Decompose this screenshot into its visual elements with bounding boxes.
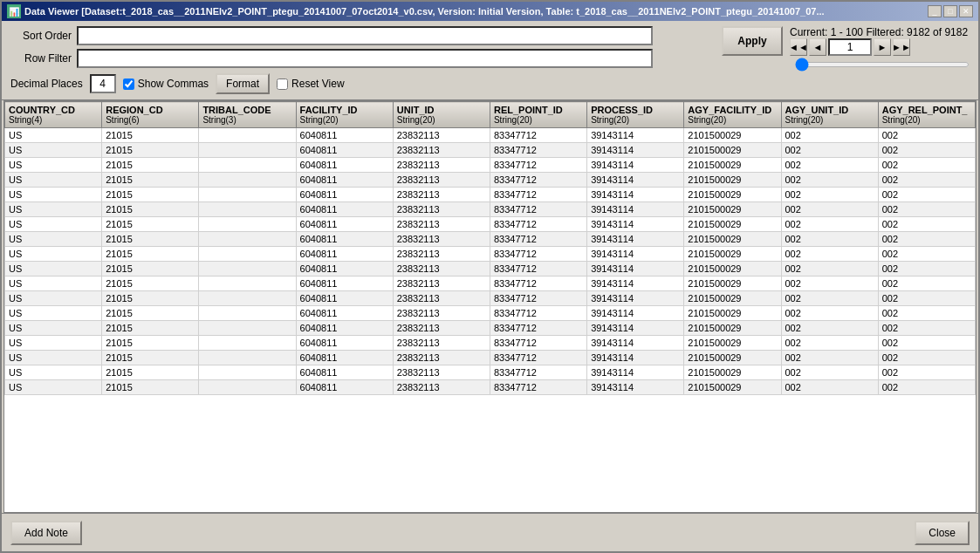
nav-next-button[interactable]: ► — [874, 38, 891, 56]
table-row: US21015604081123832113833477123914311421… — [5, 128, 976, 143]
column-header-unit_id: UNIT_IDString(20) — [393, 102, 490, 128]
table-cell — [199, 262, 296, 276]
decimal-places-input[interactable] — [90, 74, 116, 93]
table-cell: 2101500029 — [684, 351, 781, 365]
table-row: US21015604081123832113833477123914311421… — [5, 306, 976, 321]
table-cell: 6040811 — [296, 217, 393, 232]
nav-first-button[interactable]: ◄◄ — [790, 38, 807, 56]
table-cell: 2101500029 — [684, 336, 781, 351]
reset-view-checkbox[interactable] — [277, 79, 288, 90]
table-cell: 2101500029 — [684, 262, 781, 276]
table-cell: 83347712 — [490, 306, 586, 321]
table-cell: 002 — [781, 232, 878, 247]
table-cell: 002 — [878, 158, 975, 173]
table-row: US21015604081123832113833477123914311421… — [5, 351, 976, 365]
table-cell: 39143114 — [587, 276, 684, 291]
table-cell: 39143114 — [587, 291, 684, 306]
table-cell: 2101500029 — [684, 321, 781, 336]
column-header-agy_rel_point_: AGY_REL_POINT_String(20) — [878, 102, 975, 128]
show-commas-label[interactable]: Show Commas — [123, 78, 209, 90]
nav-controls: ◄◄ ◄ ► ►► — [790, 38, 910, 56]
apply-button[interactable]: Apply — [722, 26, 783, 56]
column-header-rel_point_id: REL_POINT_IDString(20) — [490, 102, 586, 128]
table-cell: 39143114 — [587, 380, 684, 395]
nav-last-button[interactable]: ►► — [893, 38, 910, 56]
table-cell: 002 — [878, 321, 975, 336]
table-cell: 21015 — [102, 276, 199, 291]
table-row: US21015604081123832113833477123914311421… — [5, 276, 976, 291]
table-cell: 2101500029 — [684, 217, 781, 232]
table-cell: 6040811 — [296, 247, 393, 262]
table-cell: 002 — [781, 321, 878, 336]
table-cell: 21015 — [102, 188, 199, 202]
sort-order-input[interactable] — [77, 26, 653, 45]
table-scroll[interactable]: COUNTRY_CDString(4)REGION_CDString(6)TRI… — [4, 101, 976, 512]
page-slider[interactable] — [795, 62, 970, 67]
table-cell: 83347712 — [490, 262, 586, 276]
minimize-button[interactable]: _ — [928, 5, 942, 17]
show-commas-checkbox[interactable] — [123, 79, 134, 90]
table-cell: 2101500029 — [684, 365, 781, 380]
table-cell — [199, 351, 296, 365]
table-cell: 6040811 — [296, 232, 393, 247]
table-cell: 39143114 — [587, 247, 684, 262]
column-header-region_cd: REGION_CDString(6) — [102, 102, 199, 128]
close-button[interactable]: Close — [915, 521, 970, 545]
table-cell: 21015 — [102, 232, 199, 247]
table-row: US21015604081123832113833477123914311421… — [5, 143, 976, 158]
table-cell: 2101500029 — [684, 202, 781, 217]
table-cell: 2101500029 — [684, 276, 781, 291]
table-cell: 002 — [781, 202, 878, 217]
table-cell: 83347712 — [490, 321, 586, 336]
table-cell: 2101500029 — [684, 158, 781, 173]
nav-prev-button[interactable]: ◄ — [809, 38, 826, 56]
table-cell: US — [5, 351, 102, 365]
table-cell: 83347712 — [490, 291, 586, 306]
table-cell: 002 — [878, 173, 975, 188]
table-cell: 2101500029 — [684, 306, 781, 321]
table-cell: 002 — [781, 173, 878, 188]
table-cell: 002 — [781, 291, 878, 306]
table-cell — [199, 232, 296, 247]
close-window-button[interactable]: ✕ — [959, 5, 973, 17]
table-cell: 002 — [878, 247, 975, 262]
table-cell: 21015 — [102, 217, 199, 232]
table-row: US21015604081123832113833477123914311421… — [5, 232, 976, 247]
row-filter-input[interactable] — [77, 49, 653, 68]
table-cell: 002 — [878, 143, 975, 158]
table-cell: 002 — [781, 365, 878, 380]
table-cell: 83347712 — [490, 202, 586, 217]
table-cell: 6040811 — [296, 365, 393, 380]
table-cell — [199, 321, 296, 336]
table-cell: 002 — [878, 306, 975, 321]
maximize-button[interactable]: □ — [943, 5, 957, 17]
row-filter-label: Row Filter — [10, 52, 72, 65]
table-cell: 21015 — [102, 158, 199, 173]
table-cell: 002 — [781, 336, 878, 351]
table-cell: US — [5, 217, 102, 232]
table-cell: 6040811 — [296, 128, 393, 143]
table-cell: 6040811 — [296, 188, 393, 202]
table-cell: 39143114 — [587, 158, 684, 173]
table-cell: US — [5, 262, 102, 276]
column-header-process_id: PROCESS_IDString(20) — [587, 102, 684, 128]
table-cell — [199, 143, 296, 158]
add-note-button[interactable]: Add Note — [10, 521, 82, 545]
table-cell: 23832113 — [393, 321, 490, 336]
table-row: US21015604081123832113833477123914311421… — [5, 158, 976, 173]
table-cell: 39143114 — [587, 128, 684, 143]
table-cell — [199, 380, 296, 395]
reset-view-label[interactable]: Reset View — [277, 78, 344, 90]
table-cell: 002 — [781, 143, 878, 158]
table-cell: 21015 — [102, 143, 199, 158]
format-button[interactable]: Format — [216, 73, 270, 94]
toolbar: Sort Order Row Filter Apply Current: 1 -… — [2, 21, 978, 100]
table-cell — [199, 202, 296, 217]
table-cell: 002 — [781, 217, 878, 232]
window-title: Data Viewer [Dataset:t_2018_cas__2011NEl… — [24, 6, 825, 17]
table-cell: 39143114 — [587, 232, 684, 247]
page-input[interactable] — [828, 38, 872, 56]
decimal-places-label: Decimal Places — [10, 78, 83, 90]
table-row: US21015604081123832113833477123914311421… — [5, 202, 976, 217]
table-cell: 39143114 — [587, 321, 684, 336]
